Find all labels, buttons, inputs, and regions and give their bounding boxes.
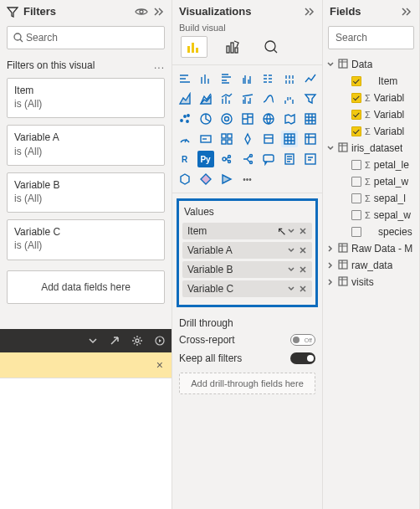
field-checkbox[interactable]	[351, 210, 361, 220]
value-field[interactable]: Item ↖	[182, 223, 312, 239]
field-checkbox[interactable]	[351, 193, 361, 203]
filters-search-input[interactable]	[24, 31, 159, 44]
field-node[interactable]: Σpetal_w	[326, 173, 416, 190]
filter-card[interactable]: Variable C is (All)	[7, 219, 165, 260]
arrow-icon[interactable]	[110, 336, 120, 346]
table-node[interactable]: raw_data	[326, 257, 416, 274]
gallery-stacked-bar[interactable]	[177, 70, 193, 87]
gear-icon[interactable]	[131, 335, 143, 347]
chevron-down-icon[interactable]	[287, 227, 295, 235]
gallery-line-clustered[interactable]	[239, 90, 256, 107]
chevron-down-icon[interactable]	[287, 265, 295, 274]
gallery-multi-card[interactable]	[218, 131, 235, 147]
value-field[interactable]: Variable C	[182, 280, 312, 297]
field-node[interactable]: ΣVariabl	[326, 90, 416, 106]
analytics-tab[interactable]	[258, 36, 284, 58]
table-node[interactable]: Raw Data - M	[326, 240, 416, 257]
build-tab[interactable]	[181, 36, 207, 58]
gallery-decomposition[interactable]	[239, 151, 256, 167]
gallery-slicer[interactable]	[260, 131, 277, 147]
remove-icon[interactable]	[299, 246, 307, 254]
field-node[interactable]: ΣVariabl	[326, 106, 416, 123]
value-field[interactable]: Variable A	[182, 242, 312, 259]
gallery-pie[interactable]	[197, 111, 214, 127]
field-checkbox[interactable]	[351, 76, 361, 86]
chevron-down-icon[interactable]	[287, 285, 295, 293]
gallery-line-stacked[interactable]	[218, 90, 235, 107]
gallery-more[interactable]: •••	[239, 171, 256, 188]
gallery-waterfall[interactable]	[281, 90, 298, 107]
collapse-icon[interactable]	[304, 7, 315, 17]
gallery-line[interactable]	[302, 70, 319, 87]
field-checkbox[interactable]	[351, 160, 361, 170]
format-tab[interactable]	[219, 36, 246, 58]
play-icon[interactable]	[155, 336, 165, 346]
gallery-scatter[interactable]	[177, 111, 193, 127]
field-checkbox[interactable]	[351, 177, 361, 187]
gallery-card[interactable]	[197, 131, 214, 147]
gallery-power-apps[interactable]	[197, 171, 214, 188]
gallery-funnel[interactable]	[302, 90, 319, 107]
collapse-icon[interactable]	[153, 7, 165, 17]
gallery-ribbon[interactable]	[260, 90, 277, 107]
field-node[interactable]: Σpetal_le	[326, 157, 416, 173]
chevron-down-icon[interactable]	[88, 336, 98, 346]
value-field[interactable]: Variable B	[182, 261, 312, 278]
gallery-paginated[interactable]	[281, 151, 298, 167]
remove-icon[interactable]	[299, 227, 307, 235]
chevron-down-icon[interactable]	[287, 246, 295, 254]
field-checkbox[interactable]	[351, 126, 361, 136]
gallery-gauge[interactable]	[177, 131, 193, 147]
gallery-map[interactable]	[260, 111, 277, 127]
field-checkbox[interactable]	[351, 110, 361, 120]
gallery-100-column[interactable]	[281, 70, 298, 87]
filter-card[interactable]: Variable A is (All)	[7, 125, 165, 165]
gallery-filled-map[interactable]	[281, 111, 298, 127]
field-node[interactable]: Item	[326, 73, 416, 90]
gallery-stacked-area[interactable]	[197, 90, 214, 107]
gallery-donut[interactable]	[218, 111, 235, 127]
collapse-icon[interactable]	[401, 7, 412, 17]
cross-report-toggle[interactable]: Off	[290, 334, 315, 346]
gallery-matrix[interactable]	[302, 131, 319, 147]
field-node[interactable]: ΣVariabl	[326, 123, 416, 140]
gallery-stacked-column[interactable]	[197, 70, 214, 87]
filter-card[interactable]: Item is (All)	[7, 78, 165, 118]
gallery-arcgis[interactable]	[177, 171, 193, 188]
keep-filters-toggle[interactable]	[290, 352, 315, 364]
filters-search[interactable]	[7, 26, 165, 49]
gallery-r-visual[interactable]: R	[177, 151, 193, 167]
gallery-treemap[interactable]	[239, 111, 256, 127]
dismiss-button[interactable]: ×	[156, 358, 163, 372]
gallery-py-visual[interactable]: Py	[197, 151, 214, 167]
field-node[interactable]: Σsepal_l	[326, 190, 416, 207]
fields-search[interactable]	[328, 26, 414, 49]
gallery-azure-map[interactable]	[302, 111, 319, 127]
filter-card[interactable]: Variable B is (All)	[7, 172, 165, 213]
table-node[interactable]: visits	[326, 274, 416, 290]
field-node[interactable]: species	[326, 224, 416, 240]
field-checkbox[interactable]	[351, 93, 361, 103]
gallery-qna[interactable]	[260, 151, 277, 167]
eye-icon[interactable]	[135, 7, 148, 17]
field-node[interactable]: Σsepal_w	[326, 207, 416, 224]
remove-icon[interactable]	[299, 285, 307, 293]
gallery-100-bar[interactable]	[260, 70, 277, 87]
gallery-area[interactable]	[177, 90, 193, 107]
remove-icon[interactable]	[299, 265, 307, 274]
gallery-clustered-column[interactable]	[239, 70, 256, 87]
gallery-key-influencers[interactable]	[218, 151, 235, 167]
field-checkbox[interactable]	[351, 227, 361, 237]
filters-section-more[interactable]: ...	[154, 59, 165, 71]
table-icon	[338, 59, 348, 69]
add-filter-fields[interactable]: Add data fields here	[7, 270, 165, 304]
gallery-kpi[interactable]	[239, 131, 256, 147]
table-node[interactable]: Data	[326, 56, 416, 73]
gallery-power-automate[interactable]	[218, 171, 235, 188]
gallery-narrative[interactable]	[302, 151, 319, 167]
add-drill-fields[interactable]: Add drill-through fields here	[179, 373, 315, 394]
table-node[interactable]: iris_dataset	[326, 140, 416, 157]
gallery-clustered-bar[interactable]	[218, 70, 235, 87]
fields-search-input[interactable]	[334, 31, 420, 44]
gallery-table[interactable]	[281, 131, 298, 147]
